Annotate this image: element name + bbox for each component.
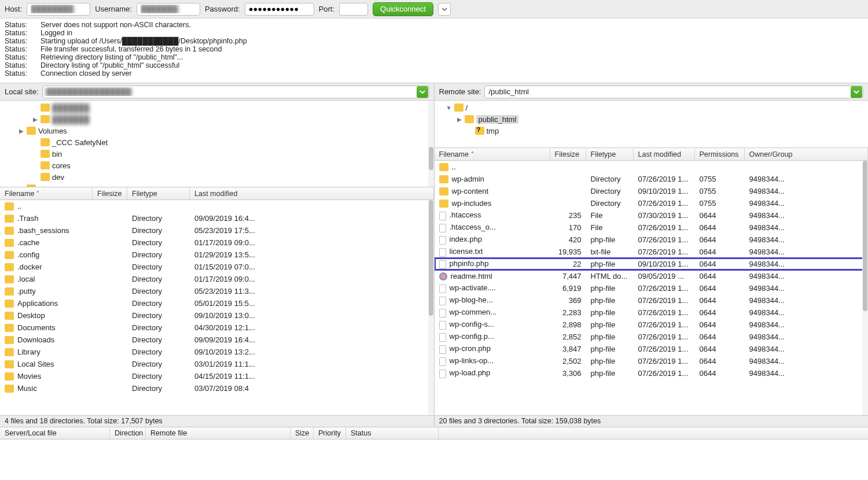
quickconnect-dropdown[interactable] — [438, 3, 451, 16]
col-permissions[interactable]: Permissions — [695, 148, 745, 160]
col-filetype[interactable]: Filetype — [127, 187, 190, 200]
tree-item[interactable]: ▶etc — [0, 183, 434, 187]
disclosure-triangle[interactable]: ▶ — [19, 128, 24, 134]
tree-item[interactable]: dev — [0, 171, 434, 183]
file-row[interactable]: index.php420php-file07/26/2019 1...06449… — [435, 234, 869, 246]
queue-col[interactable]: Size — [290, 427, 314, 439]
queue-col[interactable]: Status — [346, 427, 439, 439]
col-filetype[interactable]: Filetype — [586, 148, 634, 160]
file-row[interactable]: DesktopDirectory09/10/2019 13:0... — [0, 309, 434, 322]
queue-col[interactable]: Direction — [110, 427, 146, 439]
file-row[interactable]: wp-activate....6,919php-file07/26/2019 1… — [435, 282, 869, 294]
file-row[interactable]: MusicDirectory03/07/2019 08:4 — [0, 382, 434, 394]
port-input[interactable] — [339, 3, 368, 16]
tree-item[interactable]: ▶███████ — [0, 113, 434, 125]
col-last-modified[interactable]: Last modified — [634, 148, 695, 160]
file-row[interactable]: wp-contentDirectory09/10/2019 1...075594… — [435, 185, 869, 197]
col-filesize[interactable]: Filesize — [550, 148, 586, 160]
file-row[interactable]: LibraryDirectory09/10/2019 13:2... — [0, 346, 434, 358]
disclosure-triangle[interactable]: ▶ — [19, 186, 24, 188]
quickconnect-button[interactable]: Quickconnect — [373, 2, 433, 16]
file-row[interactable]: wp-adminDirectory07/26/2019 1...07559498… — [435, 173, 869, 185]
file-row[interactable]: .htaccess_o...170File07/26/2019 1...0644… — [435, 221, 869, 234]
file-row[interactable]: wp-links-op...2,502php-file07/26/2019 1.… — [435, 355, 869, 367]
tree-item[interactable]: bin — [0, 148, 434, 160]
file-row[interactable]: Local SitesDirectory03/01/2019 11:1... — [0, 358, 434, 370]
scrollbar[interactable] — [428, 200, 434, 415]
local-file-list[interactable]: ...TrashDirectory09/09/2019 16:4....bash… — [0, 200, 434, 415]
transfer-queue[interactable] — [0, 440, 868, 480]
file-row[interactable]: wp-config.p...2,852php-file07/26/2019 1.… — [435, 331, 869, 343]
password-input[interactable] — [245, 3, 314, 16]
cell-filetype: php-file — [586, 369, 634, 378]
file-row[interactable]: .cacheDirectory01/17/2019 09:0... — [0, 237, 434, 249]
remote-path-dropdown[interactable] — [851, 86, 862, 98]
tree-item[interactable]: _CCC SafetyNet — [0, 136, 434, 148]
username-input[interactable] — [137, 3, 200, 16]
file-row[interactable]: .localDirectory01/17/2019 09:0... — [0, 273, 434, 285]
file-row[interactable]: .htaccess235File07/30/2019 1...064494983… — [435, 209, 869, 221]
tree-item[interactable]: tmp — [435, 125, 869, 136]
cell-filename: wp-config.p... — [435, 332, 550, 341]
disclosure-triangle[interactable]: ▶ — [32, 116, 38, 123]
file-row[interactable]: wp-blog-he...369php-file07/26/2019 1...0… — [435, 294, 869, 307]
file-row[interactable]: DocumentsDirectory04/30/2019 12:1... — [0, 322, 434, 334]
tree-item[interactable]: ▶public_html — [435, 113, 869, 125]
file-row[interactable]: wp-includesDirectory07/26/2019 1...07559… — [435, 197, 869, 209]
queue-col[interactable]: Remote file — [146, 427, 290, 439]
local-path-combo[interactable]: ████████████████ — [42, 86, 429, 98]
file-row[interactable]: license.txt19,935txt-file07/26/2019 1...… — [435, 246, 869, 258]
local-path-dropdown[interactable] — [417, 86, 428, 98]
disclosure-triangle[interactable]: ▶ — [457, 116, 462, 123]
tree-item[interactable]: ▼/ — [435, 102, 869, 113]
local-tree[interactable]: ███████▶███████▶Volumes_CCC SafetyNetbin… — [0, 101, 434, 187]
host-input[interactable] — [27, 3, 90, 16]
file-row[interactable]: .TrashDirectory09/09/2019 16:4... — [0, 212, 434, 224]
cell-filetype: php-file — [586, 308, 634, 317]
cell-last-modified: 01/29/2019 13:5... — [190, 250, 434, 259]
file-row[interactable]: DownloadsDirectory09/09/2019 16:4... — [0, 334, 434, 346]
folder-icon — [27, 127, 36, 135]
file-row[interactable]: wp-commen...2,283php-file07/26/2019 1...… — [435, 307, 869, 319]
scrollbar[interactable] — [862, 161, 868, 415]
scrollbar[interactable] — [428, 101, 434, 187]
tree-item[interactable]: ▶Volumes — [0, 125, 434, 136]
queue-col[interactable]: Server/Local file — [0, 427, 110, 439]
file-row[interactable]: .dockerDirectory01/15/2019 07:0... — [0, 261, 434, 273]
file-row[interactable]: wp-config-s...2,898php-file07/26/2019 1.… — [435, 319, 869, 331]
queue-col[interactable]: Priority — [314, 427, 346, 439]
file-row[interactable]: .. — [0, 200, 434, 212]
file-icon — [439, 285, 446, 293]
cell-filename: index.php — [435, 235, 550, 244]
file-row[interactable]: phpinfo.php22php-file09/10/2019 1...0644… — [435, 258, 869, 270]
file-row[interactable]: MoviesDirectory04/15/2019 11:1... — [0, 370, 434, 382]
cell-owner: 9498344... — [745, 199, 869, 208]
tree-item[interactable]: ███████ — [0, 102, 434, 113]
cell-owner: 9498344... — [745, 308, 869, 317]
file-row[interactable]: ApplicationsDirectory05/01/2019 15:5... — [0, 297, 434, 309]
file-row[interactable]: .puttyDirectory05/23/2019 11:3... — [0, 285, 434, 297]
col-owner-group[interactable]: Owner/Group — [745, 148, 869, 160]
file-row[interactable]: .bash_sessionsDirectory05/23/2019 17:5..… — [0, 224, 434, 237]
file-row[interactable]: .. — [435, 161, 869, 173]
remote-file-list[interactable]: ..wp-adminDirectory07/26/2019 1...075594… — [435, 161, 869, 415]
file-row[interactable]: wp-cron.php3,847php-file07/26/2019 1...0… — [435, 343, 869, 355]
file-row[interactable]: readme.html7,447HTML do...09/05/2019 ...… — [435, 270, 869, 282]
tree-item-label: bin — [52, 150, 62, 158]
col-filesize[interactable]: Filesize — [93, 187, 127, 200]
local-pane: ███████▶███████▶Volumes_CCC SafetyNetbin… — [0, 101, 435, 427]
remote-path-combo[interactable]: /public_html — [484, 86, 863, 98]
log-label: Status: — [5, 29, 30, 37]
col-filename[interactable]: Filename˄ — [435, 148, 550, 160]
cell-filename: Downloads — [0, 335, 93, 345]
col-filename[interactable]: Filename˄ — [0, 187, 93, 200]
file-row[interactable]: wp-load.php3,306php-file07/26/2019 1...0… — [435, 367, 869, 379]
tree-item[interactable]: cores — [0, 160, 434, 171]
cell-filesize: 369 — [550, 296, 586, 305]
file-row[interactable]: .configDirectory01/29/2019 13:5... — [0, 249, 434, 261]
remote-tree[interactable]: ▼/▶public_htmltmp — [435, 101, 869, 148]
file-icon — [439, 260, 446, 269]
cell-filetype: Directory — [127, 238, 190, 247]
col-last-modified[interactable]: Last modified — [190, 187, 434, 200]
disclosure-triangle[interactable]: ▼ — [446, 105, 452, 111]
